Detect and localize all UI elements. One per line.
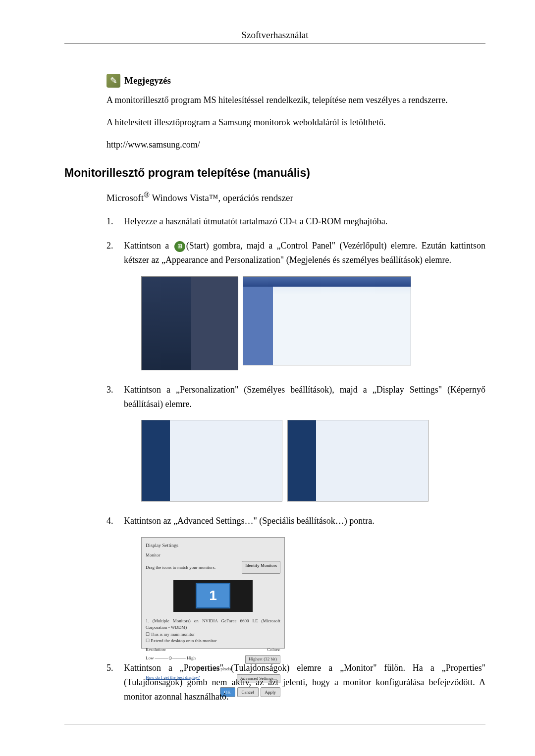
windows-start-icon: ⊞ [174,241,185,252]
instruction-list: Helyezze a használati útmutatót tartalma… [107,214,485,704]
dialog-title-text: Display Settings [146,543,178,548]
step-4: Kattintson az „Advanced Settings…" (Spec… [107,514,485,649]
section-title: Monitorillesztő program telepítése (manu… [64,166,485,180]
screenshot-personalization [287,420,428,502]
step-2-before: Kattintson a [124,241,173,251]
note-title: Megjegyzés [124,75,171,86]
step-3: Kattintson a „Personalization" (Személye… [107,383,485,502]
note-section: ✎ Megjegyzés A monitorillesztő program M… [107,74,485,151]
dialog-tab: Monitor [146,552,280,558]
note-paragraph-2: A hitelesített illesztőprogram a Samsung… [107,116,485,129]
note-body: A monitorillesztő program MS hitelesítés… [107,94,485,151]
checkbox-extend-desktop[interactable]: ☐ Extend the desktop onto this monitor [146,638,280,645]
subtitle-suffix: Windows Vista™, operációs rendszer [150,193,293,203]
subtitle-prefix: Microsoft [107,193,144,203]
monitor-label: 1. (Multiple Monitors) on NVIDIA GeForce… [146,618,280,631]
screenshot-vista-start-menu [141,276,238,370]
screenshot-display-settings: Display Settings Monitor Drag the icons … [141,537,285,649]
screenshot-appearance-personalization [141,420,282,502]
resolution-low: Low [146,655,154,660]
document-page: Szoftverhasználat ✎ Megjegyzés A monitor… [0,0,535,744]
colors-label: Colors: [267,647,280,654]
note-header: ✎ Megjegyzés [107,74,485,88]
step-5: Kattintson a „Properties" (Tulajdonságok… [107,661,485,704]
monitor-preview-box: 1 [173,580,253,612]
step-4-text: Kattintson az „Advanced Settings…" (Spec… [124,516,374,526]
screenshot-group-2 [141,420,485,502]
monitor-preview: 1 [196,583,230,608]
screenshot-control-panel [243,276,411,365]
note-paragraph-1: A monitorillesztő program MS hitelesítés… [107,94,485,107]
header-divider: Szoftverhasználat [64,30,485,44]
resolution-high: High [187,655,196,660]
screenshot-group-1 [141,276,485,370]
os-subtitle: Microsoft® Windows Vista™, operációs ren… [107,191,485,203]
step-3-text: Kattintson a „Personalization" (Személye… [124,385,485,409]
step-2: Kattintson a ⊞(Start) gombra, majd a „Co… [107,239,485,370]
pencil-icon: ✎ [107,74,120,88]
checkbox-main-monitor[interactable]: ☐ This is my main monitor [146,631,280,638]
page-header: Szoftverhasználat [64,30,485,44]
identify-monitors-button[interactable]: Identify Monitors [242,561,280,574]
note-url: http://www.samsung.com/ [107,138,485,151]
screenshot-group-3: Display Settings Monitor Drag the icons … [141,537,485,649]
dialog-title: Display Settings [146,542,280,550]
footer-divider [64,724,485,724]
step-1: Helyezze a használati útmutatót tartalma… [107,214,485,229]
section-content: Microsoft® Windows Vista™, operációs ren… [107,191,485,704]
drag-text: Drag the icons to match your monitors. [146,564,215,571]
resolution-label: Resolution: [146,647,166,654]
